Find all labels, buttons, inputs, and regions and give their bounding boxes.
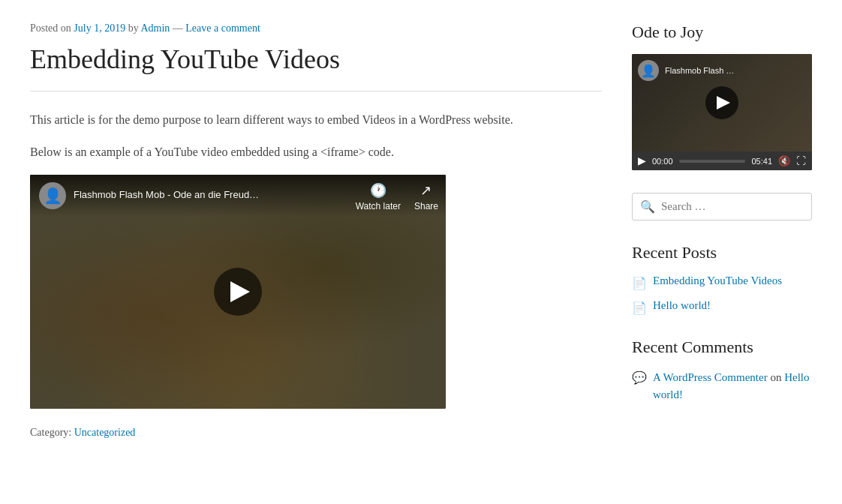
search-icon: 🔍	[640, 200, 655, 214]
body-para1: This article is for the demo purpose to …	[30, 110, 602, 130]
doc-icon: 📄	[632, 301, 647, 315]
sidebar-video-player[interactable]: 👤 Flashmob Flash … ▶ 00:00 05:41 🔇	[632, 54, 812, 170]
recent-posts-list: 📄 Embedding YouTube Videos 📄 Hello world…	[632, 274, 812, 315]
post-date-link[interactable]: July 1, 2019	[74, 22, 125, 34]
search-box: 🔍	[632, 193, 812, 220]
video-thumbnail: 👤 Flashmob Flash Mob - Ode an die Freud……	[30, 175, 446, 409]
page-wrapper: Posted on July 1, 2019 by Admin — Leave …	[15, 15, 827, 446]
clock-icon: 🕐	[370, 182, 386, 199]
search-input[interactable]	[661, 200, 804, 213]
video-title-text: Flashmob Flash Mob - Ode an die Freud…	[74, 189, 259, 202]
list-item: 📄 Hello world!	[632, 299, 812, 315]
main-content: Posted on July 1, 2019 by Admin — Leave …	[30, 22, 602, 439]
video-embed[interactable]: 👤 Flashmob Flash Mob - Ode an die Freud……	[30, 175, 446, 409]
sidebar-recent-posts-title: Recent Posts	[632, 243, 812, 262]
posted-on-label: Posted on	[30, 22, 71, 34]
sidebar-video-widget: Ode to Joy 👤 Flashmob Flash … ▶ 00:0	[632, 22, 812, 170]
sidebar-recent-comments-widget: Recent Comments 💬 A WordPress Commenter …	[632, 338, 812, 403]
sidebar-avatar-icon: 👤	[641, 64, 656, 78]
by-label: by	[128, 22, 139, 34]
dash-separator: —	[173, 22, 183, 34]
list-item: 💬 A WordPress Commenter on Hello world!	[632, 369, 812, 403]
sidebar-video-screen: 👤 Flashmob Flash …	[632, 54, 812, 152]
sidebar-ctrl-fullscreen-icon[interactable]: ⛶	[796, 155, 806, 167]
play-triangle-icon	[230, 281, 250, 302]
comment-on-label: on	[770, 371, 781, 383]
comment-icon: 💬	[632, 370, 647, 385]
list-item: 📄 Embedding YouTube Videos	[632, 274, 812, 290]
video-avatar: 👤	[39, 182, 66, 209]
sidebar-ctrl-volume-icon[interactable]: 🔇	[778, 155, 790, 167]
post-title: Embedding YouTube Videos	[30, 44, 602, 76]
watch-later-label: Watch later	[356, 201, 401, 212]
sidebar-video-title: Ode to Joy	[632, 22, 812, 42]
avatar-icon: 👤	[44, 187, 62, 205]
post-body: This article is for the demo purpose to …	[30, 110, 602, 162]
recent-post-link-2[interactable]: Hello world!	[653, 299, 711, 312]
commenter-link[interactable]: A WordPress Commenter	[653, 371, 768, 383]
post-category: Category: Uncategorized	[30, 427, 602, 439]
sidebar-ctrl-progress-bar[interactable]	[679, 160, 746, 163]
sidebar-play-triangle-icon	[717, 96, 730, 110]
video-top-controls: 🕐 Watch later ↗ Share	[356, 182, 438, 212]
sidebar-ctrl-current-time: 00:00	[652, 157, 673, 166]
share-btn[interactable]: ↗ Share	[414, 182, 438, 212]
sidebar-recent-posts-widget: Recent Posts 📄 Embedding YouTube Videos …	[632, 243, 812, 315]
sidebar-avatar: 👤	[638, 60, 659, 81]
category-link[interactable]: Uncategorized	[74, 427, 136, 438]
comments-list: 💬 A WordPress Commenter on Hello world!	[632, 369, 812, 403]
sidebar-ctrl-play-icon[interactable]: ▶	[638, 154, 646, 167]
sidebar-ctrl-duration: 05:41	[751, 157, 772, 166]
sidebar: Ode to Joy 👤 Flashmob Flash … ▶ 00:0	[632, 22, 812, 439]
post-divider	[30, 91, 602, 92]
watch-later-btn[interactable]: 🕐 Watch later	[356, 182, 401, 212]
category-label: Category:	[30, 427, 71, 438]
body-para2: Below is an example of a YouTube video e…	[30, 142, 602, 162]
play-button[interactable]	[214, 268, 262, 316]
sidebar-play-button[interactable]	[705, 86, 738, 119]
sidebar-recent-comments-title: Recent Comments	[632, 338, 812, 357]
comment-text: A WordPress Commenter on Hello world!	[653, 369, 812, 403]
sidebar-video-top: 👤 Flashmob Flash …	[638, 60, 734, 81]
sidebar-search-widget: 🔍	[632, 193, 812, 220]
doc-icon: 📄	[632, 276, 647, 290]
author-link[interactable]: Admin	[140, 22, 170, 34]
leave-comment-link[interactable]: Leave a comment	[185, 22, 260, 34]
share-icon: ↗	[420, 182, 432, 199]
post-meta: Posted on July 1, 2019 by Admin — Leave …	[30, 22, 602, 34]
sidebar-video-label: Flashmob Flash …	[665, 66, 734, 75]
recent-post-link-1[interactable]: Embedding YouTube Videos	[653, 274, 782, 287]
share-label: Share	[414, 201, 438, 212]
sidebar-video-controls: ▶ 00:00 05:41 🔇 ⛶	[632, 152, 812, 170]
